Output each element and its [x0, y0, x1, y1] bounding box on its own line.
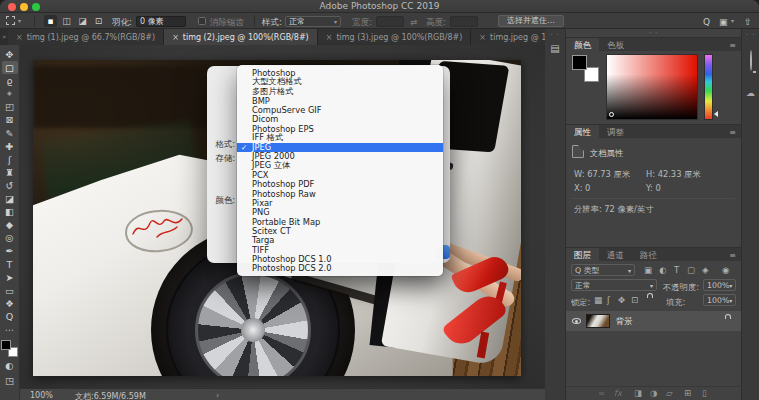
new-group-icon[interactable]: ▱: [666, 388, 673, 398]
opacity-select[interactable]: 100% ▾: [703, 279, 736, 291]
delete-layer-icon[interactable]: ▯: [702, 388, 707, 398]
fill-select[interactable]: 100% ▾: [703, 294, 736, 306]
format-menu-item[interactable]: JPEG 立体: [237, 161, 443, 170]
dock-drag-dots[interactable]: · ·: [545, 32, 565, 39]
format-menu-item[interactable]: CompuServe GIF: [237, 105, 443, 114]
format-menu-item[interactable]: IFF 格式: [237, 133, 443, 142]
saturation-field[interactable]: [606, 54, 698, 120]
panel-menu-icon[interactable]: ≡: [729, 251, 736, 260]
layer-row-background[interactable]: 背景: [566, 311, 741, 331]
hand-tool[interactable]: ❖: [2, 297, 18, 310]
dock-drag-dots[interactable]: · ·: [742, 32, 759, 39]
quick-mask-icon[interactable]: ◐: [2, 359, 18, 372]
tab-adjustments[interactable]: 调整: [599, 125, 632, 138]
adjustment-layer-icon[interactable]: ◑: [650, 388, 657, 398]
canvas-area[interactable]: 格式: 存储: 颜色: Photoshop 大型文档格式 多图片格式 BMP: [20, 45, 545, 400]
gradient-tool[interactable]: ◧: [2, 205, 18, 218]
lock-transparent-icon[interactable]: ▦: [594, 294, 602, 306]
search-icon[interactable]: Q: [703, 17, 710, 27]
tab-channels[interactable]: 通道: [599, 248, 632, 261]
antialias-checkbox[interactable]: [198, 17, 206, 25]
format-menu-item[interactable]: Portable Bit Map: [237, 217, 443, 226]
new-layer-icon[interactable]: ⊞: [684, 388, 691, 398]
add-mask-icon[interactable]: ◨: [634, 388, 642, 398]
eraser-tool[interactable]: ◪: [2, 192, 18, 205]
color-cursor[interactable]: [609, 112, 614, 117]
link-layers-icon[interactable]: ∞: [598, 388, 605, 398]
tab-paths[interactable]: 路径: [632, 248, 665, 261]
format-menu-item[interactable]: TIFF: [237, 245, 443, 254]
format-menu-item[interactable]: Dicom: [237, 115, 443, 124]
layer-effects-icon[interactable]: fx: [614, 388, 622, 398]
format-menu-item[interactable]: Photoshop PDF: [237, 180, 443, 189]
dodge-tool[interactable]: ◎: [2, 231, 18, 244]
foreground-background-swatches[interactable]: [572, 55, 599, 82]
tab-color[interactable]: 颜色: [566, 38, 599, 51]
filter-smart-object-icon[interactable]: ◈: [702, 264, 709, 276]
type-tool[interactable]: T: [2, 258, 18, 271]
intersect-selection-icon[interactable]: ⊡: [92, 15, 105, 27]
document-tab[interactable]: × timg (2).jpeg @ 100%(RGB/8#): [164, 29, 318, 45]
layer-thumbnail[interactable]: [586, 314, 610, 328]
crop-tool[interactable]: ◰: [2, 100, 18, 113]
filter-toggle-icon[interactable]: ◉: [722, 264, 729, 276]
document-tab[interactable]: × timg (1).jpeg @ 66.7%(RGB/8#): [8, 29, 164, 45]
path-selection-tool[interactable]: ➤: [2, 271, 18, 284]
zoom-level[interactable]: 100%: [30, 391, 53, 400]
tab-close-icon[interactable]: ×: [479, 33, 486, 42]
foreground-background-swatches[interactable]: [1, 340, 18, 357]
clone-stamp-tool[interactable]: ♜: [2, 166, 18, 179]
eyedropper-tool[interactable]: ✎: [2, 127, 18, 140]
format-menu-item[interactable]: Targa: [237, 236, 443, 245]
share-icon[interactable]: ⇧: [744, 17, 752, 27]
frame-tool[interactable]: ⊠: [2, 113, 18, 126]
layer-filter-select[interactable]: Q 类型 ▾: [571, 264, 635, 276]
move-tool[interactable]: ✥: [2, 48, 18, 61]
tool-preset-arrow-icon[interactable]: ▾: [18, 17, 21, 24]
filter-pixel-layers-icon[interactable]: ▣: [644, 264, 652, 276]
tab-close-icon[interactable]: ×: [326, 33, 333, 42]
panel-menu-icon[interactable]: ≡: [729, 41, 736, 50]
edit-toolbar-button[interactable]: ⋯: [2, 323, 18, 336]
swap-dimensions-icon[interactable]: ⇄: [410, 17, 417, 27]
layer-visibility-icon[interactable]: [572, 318, 581, 324]
hue-slider[interactable]: [704, 54, 713, 120]
learn-panel-icon[interactable]: [742, 51, 759, 70]
rectangular-marquee-tool[interactable]: ▢: [2, 61, 18, 74]
tab-close-icon[interactable]: ×: [172, 33, 179, 42]
format-menu-item[interactable]: ✓ JPEG: [237, 143, 443, 152]
style-select[interactable]: 正常▾: [285, 16, 341, 27]
dock-drag-dots[interactable]: · ·: [566, 30, 741, 37]
filter-type-layers-icon[interactable]: T: [674, 264, 679, 276]
tab-properties[interactable]: 属性: [566, 125, 599, 138]
format-menu-item[interactable]: PNG: [237, 208, 443, 217]
tab-close-icon[interactable]: ×: [16, 33, 23, 42]
blur-tool[interactable]: ◆: [2, 218, 18, 231]
document-tab[interactable]: × timg (3).jpeg @ 100%(RGB/8#): [318, 29, 472, 45]
format-menu-item[interactable]: 多图片格式: [237, 87, 443, 96]
object-selection-tool[interactable]: ⌖: [2, 87, 18, 100]
workspace-icon[interactable]: ▣: [719, 17, 728, 27]
new-selection-icon[interactable]: ▪: [44, 15, 57, 27]
height-input[interactable]: [450, 16, 478, 27]
lasso-tool[interactable]: ϱ: [2, 74, 18, 87]
brush-tool[interactable]: ʃ: [2, 153, 18, 166]
status-chevron-icon[interactable]: ›: [216, 391, 219, 400]
libraries-panel-icon[interactable]: ▤: [545, 43, 565, 54]
cloud-sync-icon[interactable]: ☁: [742, 88, 759, 98]
filter-adjustment-layers-icon[interactable]: ◐: [659, 264, 666, 276]
foreground-color-swatch[interactable]: [572, 55, 587, 70]
select-and-mask-button[interactable]: 选择并遮住…: [498, 15, 564, 27]
format-menu-item[interactable]: Scitex CT: [237, 226, 443, 235]
shape-tool[interactable]: ▭: [2, 284, 18, 297]
zoom-tool[interactable]: Q: [2, 310, 18, 323]
history-brush-tool[interactable]: ↺: [2, 179, 18, 192]
width-input[interactable]: [376, 16, 404, 27]
tab-swatches[interactable]: 色板: [599, 38, 632, 51]
collapse-tools-icon[interactable]: »: [2, 33, 6, 41]
foreground-color-swatch[interactable]: [1, 340, 11, 350]
tool-preset-icon[interactable]: [6, 16, 15, 25]
format-menu-item[interactable]: BMP: [237, 96, 443, 105]
lock-artboard-icon[interactable]: ⊡: [631, 294, 638, 306]
filter-shape-layers-icon[interactable]: ▢: [687, 264, 695, 276]
